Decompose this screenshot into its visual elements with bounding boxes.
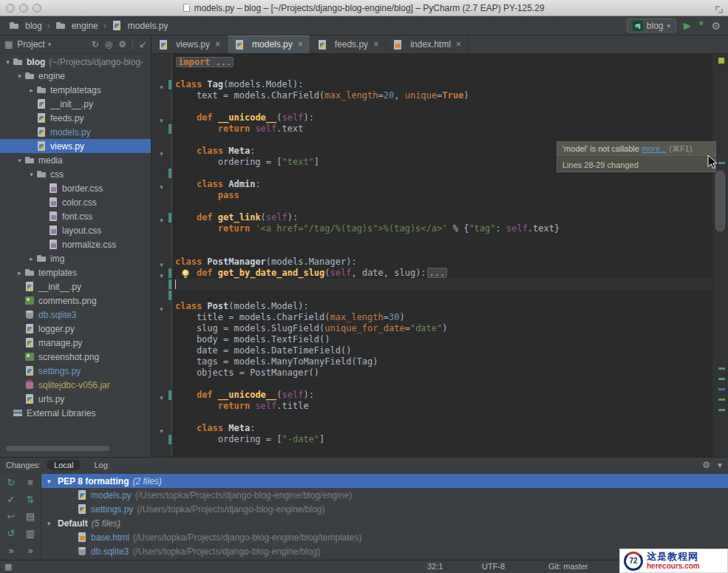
project-tree-item[interactable]: ▸templatetags (0, 83, 151, 97)
project-tree-item[interactable]: ▾css (0, 167, 151, 181)
code-line[interactable]: return self.title (175, 401, 712, 412)
project-tree-item[interactable]: logger.py (0, 322, 151, 336)
code-line[interactable]: slug = models.SlugField(unique_for_date=… (175, 323, 712, 334)
tree-arrow-icon[interactable]: ▾ (47, 520, 58, 527)
code-line[interactable]: def __unicode__(self): (175, 390, 712, 401)
error-stripe-mark[interactable] (718, 399, 725, 401)
zoom-window-icon[interactable] (33, 4, 41, 13)
project-tree-item[interactable]: manage.py (0, 336, 151, 350)
code-line[interactable]: class Meta: (175, 423, 712, 434)
changelist-row[interactable]: ▾PEP 8 formatting(2 files) (41, 474, 728, 488)
project-tree-item[interactable]: comments.png (0, 294, 151, 308)
refresh-icon[interactable]: ↺ (7, 529, 16, 538)
tree-arrow-icon[interactable]: ▸ (27, 87, 36, 94)
project-tree-item[interactable]: border.css (0, 181, 151, 195)
more-icon[interactable]: » (27, 546, 33, 555)
close-window-icon[interactable] (6, 4, 15, 13)
code-line[interactable]: title = models.CharField(max_length=30) (175, 312, 712, 323)
code-line[interactable] (175, 234, 712, 245)
project-tree-item[interactable]: models.py (0, 125, 151, 139)
tree-arrow-icon[interactable]: ▾ (47, 478, 58, 485)
changed-file-row[interactable]: models.py(/Users/topka/Projects/django-b… (41, 488, 728, 502)
code-line[interactable]: objects = PostManager() (175, 367, 712, 379)
code-line[interactable] (175, 201, 712, 212)
code-line[interactable]: tags = models.ManyToManyField(Tag) (175, 356, 712, 367)
settings-icon[interactable]: ⚙ (711, 21, 721, 31)
project-tree-item[interactable]: External Libraries (0, 406, 151, 420)
folded-region[interactable]: ... (427, 268, 448, 278)
project-tree-item[interactable]: ▸templates (0, 265, 151, 279)
rollback-icon[interactable]: ↩ (7, 512, 16, 521)
code-line[interactable]: text = models.CharField(max_length=20, u… (175, 90, 712, 101)
code-area[interactable]: import ...class Tag(models.Model): text … (172, 54, 712, 457)
error-stripe[interactable] (712, 54, 728, 457)
changelist-row[interactable]: ▾Default(5 files) (41, 516, 728, 530)
project-tree-item[interactable]: screenshot.png (0, 350, 151, 364)
change-marker[interactable] (169, 213, 171, 223)
toolwindow-stripe-icon[interactable]: ▦ (4, 39, 13, 50)
editor-tab-models-py[interactable]: models.py× (228, 35, 310, 53)
code-line[interactable]: return '<a href="/tag/%(tag)s">%(tag)s</… (175, 223, 712, 234)
changed-file-row[interactable]: base.html(/Users/topka/Projects/django-b… (41, 530, 728, 544)
project-tree-item[interactable]: feeds.py (0, 111, 151, 125)
run-configuration-combo[interactable]: dj blog ▾ (627, 18, 676, 33)
update-icon[interactable]: ↻ (7, 478, 16, 487)
code-line[interactable]: pass (175, 190, 712, 201)
editor-tab-views-py[interactable]: views.py× (152, 35, 228, 53)
group-by-icon[interactable]: ▤ (26, 512, 35, 521)
error-stripe-mark[interactable] (718, 388, 725, 390)
code-line[interactable]: return self.text (175, 123, 712, 135)
dock-icon[interactable]: ▾ (718, 460, 722, 470)
code-line[interactable] (175, 101, 712, 112)
breadcrumb-item[interactable]: models.py (110, 19, 170, 32)
error-stripe-mark[interactable] (718, 378, 725, 380)
close-tab-icon[interactable]: × (373, 39, 378, 50)
commit-icon[interactable]: ✓ (7, 495, 16, 504)
project-tree-item[interactable]: __init__.py (0, 97, 151, 111)
project-tree-item[interactable]: color.css (0, 195, 151, 209)
code-line[interactable]: def __unicode__(self): (175, 112, 712, 123)
change-marker[interactable] (169, 279, 171, 289)
gear-icon[interactable]: ⚙ (118, 39, 126, 50)
code-line[interactable]: ordering = ["-date"] (175, 434, 712, 445)
change-marker[interactable] (169, 291, 171, 300)
project-tree-item[interactable]: ▾media (0, 153, 151, 167)
tree-arrow-icon[interactable]: ▾ (15, 72, 24, 80)
code-line[interactable] (175, 279, 712, 290)
code-line[interactable]: class PostManager(models.Manager): (175, 257, 712, 268)
code-line[interactable] (175, 379, 712, 390)
project-tree-item[interactable]: __init__.py (0, 279, 151, 294)
tree-arrow-icon[interactable]: ▸ (27, 255, 36, 262)
details-icon[interactable]: ≡ (27, 478, 33, 487)
changed-file-row[interactable]: settings.py(/Users/topka/Projects/django… (41, 502, 728, 516)
inspections-icon[interactable]: * (698, 21, 704, 31)
code-line[interactable]: class Post(models.Model): (175, 301, 712, 312)
project-tree-item[interactable]: layout.css (0, 223, 151, 237)
editor-tab-index-html[interactable]: index.html× (386, 35, 469, 53)
encoding-indicator[interactable]: UTF-8 (482, 562, 505, 571)
code-line[interactable] (175, 245, 712, 257)
breadcrumb-item[interactable]: blog (7, 19, 44, 32)
tree-arrow-icon[interactable]: ▾ (15, 157, 24, 164)
change-marker[interactable] (169, 268, 171, 278)
project-tree-item[interactable]: ▾engine (0, 69, 151, 83)
code-line[interactable]: body = models.TextField() (175, 334, 712, 345)
project-tree-item[interactable]: db.sqlite3 (0, 308, 151, 322)
intention-bulb-icon[interactable] (182, 269, 189, 277)
more-icon[interactable]: » (8, 546, 13, 555)
horizontal-scrollbar[interactable] (6, 446, 109, 451)
editor-tab-feeds-py[interactable]: feeds.py× (310, 35, 386, 53)
run-icon[interactable]: ▶ (684, 21, 691, 31)
flatten-icon[interactable]: ▥ (26, 529, 35, 538)
code-line[interactable] (175, 68, 712, 79)
code-line[interactable] (175, 290, 712, 301)
close-tab-icon[interactable]: × (298, 39, 303, 50)
code-line[interactable] (175, 412, 712, 423)
project-tree-item[interactable]: urls.py (0, 392, 151, 406)
close-tab-icon[interactable]: × (456, 39, 461, 50)
project-tree-item[interactable]: ▸img (0, 251, 151, 265)
project-panel-title[interactable]: Project ▾ (17, 39, 51, 50)
hide-icon[interactable]: ↙ (139, 39, 146, 50)
code-line[interactable]: import ... (175, 57, 712, 68)
change-marker[interactable] (169, 169, 171, 178)
